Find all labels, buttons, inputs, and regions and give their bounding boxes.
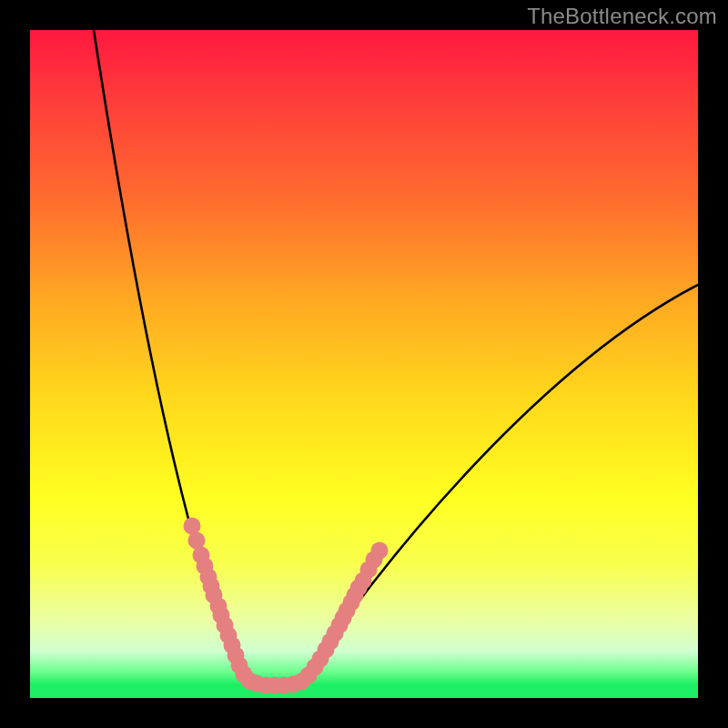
data-dots	[184, 518, 389, 694]
chart-canvas: TheBottleneck.com	[0, 0, 728, 728]
bottleneck-curve	[94, 30, 698, 683]
watermark-text: TheBottleneck.com	[527, 4, 717, 29]
data-dot	[371, 542, 389, 560]
plot-area	[30, 30, 698, 698]
curve-layer	[30, 30, 698, 698]
